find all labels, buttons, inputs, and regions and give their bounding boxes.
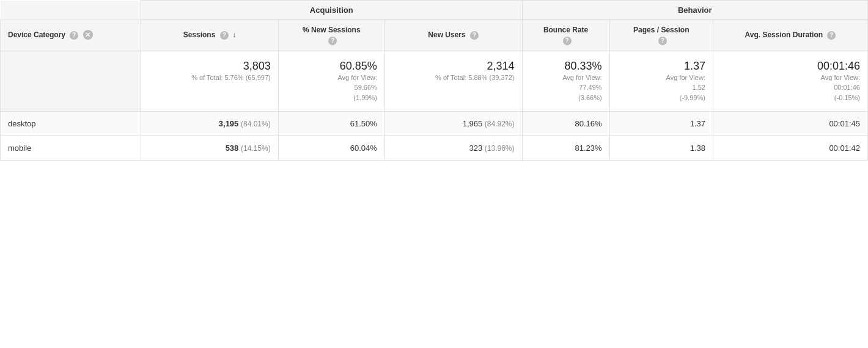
totals-avg-duration-cell: 00:01:46 Avg for View: 00:01:46 (-0.15%) [713, 51, 867, 112]
device-category-label: Device Category [8, 31, 65, 39]
device-category-help-icon[interactable]: ? [70, 31, 78, 40]
sessions-column-header: Sessions ? ↓ [141, 20, 279, 51]
totals-pages-session-sub: Avg for View: 1.52 (-9.99%) [617, 73, 705, 103]
new-users-label: New Users [428, 31, 465, 39]
row-sessions-pct: (84.01%) [241, 120, 271, 128]
totals-pages-session-cell: 1.37 Avg for View: 1.52 (-9.99%) [609, 51, 713, 112]
pages-session-help-icon[interactable]: ? [658, 37, 667, 45]
device-category-close-icon[interactable]: ✕ [83, 30, 93, 40]
row-pct-new-sessions: 60.04% [278, 136, 384, 161]
row-sessions: 3,195 (84.01%) [141, 112, 279, 136]
totals-pages-session-value: 1.37 [617, 60, 705, 73]
new-users-help-icon[interactable]: ? [470, 31, 479, 40]
avg-duration-column-header: Avg. Session Duration ? [713, 20, 867, 51]
row-sessions-value: 538 [226, 143, 239, 153]
pct-new-sessions-help-icon[interactable]: ? [328, 37, 337, 45]
bounce-rate-label: Bounce Rate [543, 26, 588, 34]
totals-sessions-sub: % of Total: 5.76% (65,997) [149, 73, 271, 83]
sessions-sort-icon[interactable]: ↓ [232, 30, 236, 40]
row-pages-session: 1.37 [609, 112, 713, 136]
pages-session-label: Pages / Session [633, 26, 689, 34]
totals-avg-duration-sub: Avg for View: 00:01:46 (-0.15%) [721, 73, 860, 103]
row-pages-session: 1.38 [609, 136, 713, 161]
row-sessions-pct: (14.15%) [241, 144, 271, 153]
row-bounce-rate: 80.16% [522, 112, 609, 136]
totals-avg-duration-value: 00:01:46 [721, 60, 860, 73]
row-new-users: 323 (13.96%) [384, 136, 522, 161]
device-category-header: Device Category ? ✕ [1, 20, 141, 51]
row-bounce-rate: 81.23% [522, 136, 609, 161]
row-sessions-value: 3,195 [219, 119, 239, 128]
row-sessions: 538 (14.15%) [141, 136, 279, 161]
empty-header [1, 1, 141, 20]
table-row: desktop 3,195 (84.01%) 61.50% 1,965 (84.… [1, 112, 868, 136]
totals-bounce-rate-sub: Avg for View: 77.49% (3.66%) [530, 73, 602, 103]
totals-pct-new-sessions-cell: 60.85% Avg for View: 59.66% (1.99%) [278, 51, 384, 112]
sessions-label: Sessions [183, 31, 216, 39]
behavior-group-header: Behavior [522, 1, 867, 20]
totals-label-cell [1, 51, 141, 112]
row-avg-duration: 00:01:45 [713, 112, 867, 136]
bounce-rate-column-header: Bounce Rate ? [522, 20, 609, 51]
pct-new-sessions-label: % New Sessions [303, 26, 361, 34]
totals-bounce-rate-cell: 80.33% Avg for View: 77.49% (3.66%) [522, 51, 609, 112]
table-row: mobile 538 (14.15%) 60.04% 323 (13.96%) … [1, 136, 868, 161]
totals-sessions-value: 3,803 [149, 60, 271, 73]
totals-new-users-sub: % of Total: 5.88% (39,372) [392, 73, 515, 83]
row-pct-new-sessions: 61.50% [278, 112, 384, 136]
avg-duration-help-icon[interactable]: ? [827, 31, 836, 40]
totals-new-users-value: 2,314 [392, 60, 515, 73]
totals-pct-new-sessions-sub1: Avg for View: 59.66% (1.99%) [286, 73, 377, 103]
pages-session-column-header: Pages / Session ? [609, 20, 713, 51]
row-label: mobile [1, 136, 141, 161]
totals-new-users-cell: 2,314 % of Total: 5.88% (39,372) [384, 51, 522, 112]
row-new-users-pct: (13.96%) [485, 144, 515, 153]
acquisition-group-header: Acquisition [141, 1, 523, 20]
avg-duration-label: Avg. Session Duration [745, 31, 823, 39]
row-label: desktop [1, 112, 141, 136]
totals-bounce-rate-value: 80.33% [530, 60, 602, 73]
row-avg-duration: 00:01:42 [713, 136, 867, 161]
totals-sessions-cell: 3,803 % of Total: 5.76% (65,997) [141, 51, 279, 112]
new-users-column-header: New Users ? [384, 20, 522, 51]
row-new-users: 1,965 (84.92%) [384, 112, 522, 136]
bounce-rate-help-icon[interactable]: ? [563, 37, 572, 45]
totals-row: 3,803 % of Total: 5.76% (65,997) 60.85% … [1, 51, 868, 112]
row-new-users-pct: (84.92%) [485, 120, 515, 128]
pct-new-sessions-column-header: % New Sessions ? [278, 20, 384, 51]
sessions-help-icon[interactable]: ? [220, 31, 229, 40]
totals-pct-new-sessions-value: 60.85% [286, 60, 377, 73]
